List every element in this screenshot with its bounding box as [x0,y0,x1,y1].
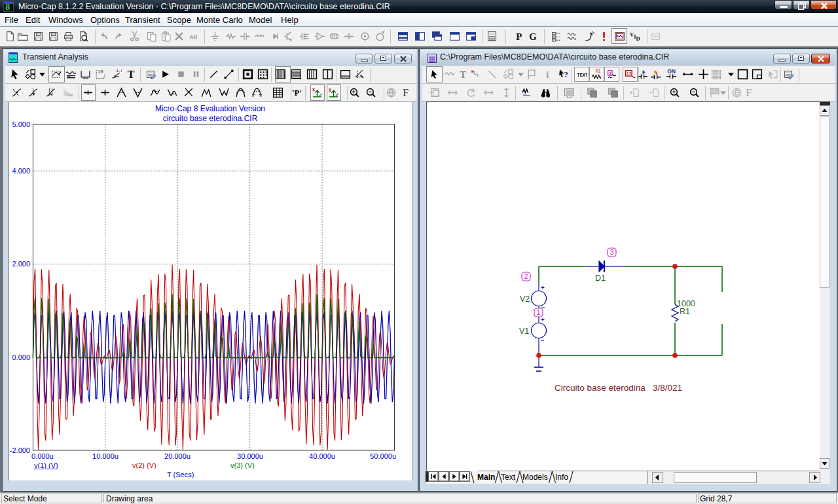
svg-text:1: 1 [537,308,541,316]
svg-text:P: P [516,31,522,42]
svg-text:?: ? [564,70,568,79]
svg-text:1: 1 [609,71,611,77]
svg-text:3: 3 [610,248,614,256]
svg-text:Circuito base eterodina 3/8/: Circuito base eterodina 3/8/021 [555,383,682,393]
svg-text:R1: R1 [680,307,690,316]
svg-text:i: i [546,70,549,80]
svg-text:V1: V1 [519,327,529,336]
svg-text:F: F [746,87,752,98]
svg-text:T: T [128,69,135,80]
svg-text:All: All [189,33,197,41]
svg-text:2: 2 [524,272,528,280]
svg-text:V2: V2 [520,295,530,304]
svg-text:y: y [329,87,332,92]
svg-text:'P': 'P' [292,88,302,98]
svg-text:ON: ON [667,69,676,75]
svg-text:D1: D1 [595,274,606,283]
svg-text:10: 10 [98,69,103,75]
svg-text:R1: R1 [595,69,601,73]
svg-text:T: T [460,69,466,80]
svg-text:TEXT: TEXT [577,73,587,78]
svg-text:x: x [312,87,316,92]
svg-text:VID: VID [630,31,640,42]
svg-text:1.0: 1.0 [117,69,122,73]
svg-text:13: 13 [627,71,632,77]
svg-text:F: F [403,87,409,98]
svg-text:G: G [529,31,537,42]
